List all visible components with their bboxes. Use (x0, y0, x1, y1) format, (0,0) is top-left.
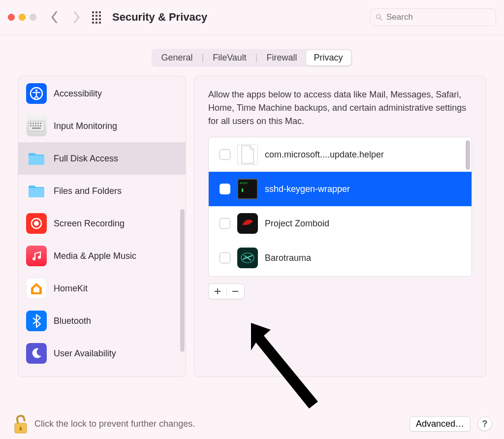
add-remove-buttons (208, 283, 245, 299)
checkbox[interactable] (220, 149, 230, 160)
svg-point-19 (38, 256, 41, 259)
search-input[interactable] (386, 12, 491, 22)
svg-rect-11 (32, 125, 34, 126)
description-text: Allow the apps below to access data like… (208, 88, 472, 128)
sidebar-item-label: Screen Recording (54, 219, 125, 229)
folder-icon (26, 181, 47, 201)
back-button[interactable] (49, 12, 60, 23)
sidebar-item-automation[interactable]: Automation (18, 370, 186, 376)
svg-rect-15 (32, 127, 41, 129)
baro-icon (237, 248, 258, 268)
accessibility-icon (26, 83, 47, 104)
svg-point-0 (376, 14, 380, 18)
fullscreen-window-button[interactable] (30, 14, 36, 21)
advanced-button[interactable]: Advanced… (410, 416, 471, 432)
tab-filevault[interactable]: FileVault (205, 50, 254, 65)
svg-rect-6 (32, 123, 34, 124)
tab-general[interactable]: General (153, 50, 200, 65)
app-list[interactable]: com.microsoft....update.helper exec ▮ ss… (208, 137, 472, 277)
window-controls (8, 14, 36, 21)
search-icon (376, 13, 382, 22)
sidebar-item-label: Media & Apple Music (54, 251, 136, 261)
sidebar-item-files-folders[interactable]: Files and Folders (18, 175, 186, 207)
close-window-button[interactable] (8, 14, 15, 21)
scrollbar[interactable] (180, 209, 185, 352)
home-icon (26, 278, 47, 299)
sidebar-item-bluetooth[interactable]: Bluetooth (18, 305, 186, 337)
sidebar-item-input-monitoring[interactable]: Input Monitoring (18, 110, 186, 142)
sidebar-item-user-availability[interactable]: User Availability (18, 337, 186, 370)
exec-icon: exec ▮ (237, 179, 258, 199)
search-field[interactable] (370, 8, 496, 26)
minimize-window-button[interactable] (19, 14, 26, 21)
sidebar-item-label: HomeKit (54, 283, 88, 294)
pz-icon (237, 213, 258, 234)
privacy-category-list[interactable]: Accessibility Input Monitoring Full Disk… (18, 76, 186, 377)
app-label: sshd-keygen-wrapper (265, 184, 350, 194)
tab-bar: General | FileVault | Firewall Privacy (152, 49, 352, 67)
sidebar-item-label: Full Disk Access (54, 154, 118, 164)
svg-rect-5 (30, 123, 32, 124)
help-button[interactable]: ? (477, 416, 492, 431)
svg-rect-34 (20, 427, 22, 431)
moon-icon (26, 343, 47, 364)
svg-rect-9 (40, 123, 41, 124)
svg-rect-10 (30, 125, 32, 126)
svg-point-18 (32, 257, 35, 260)
screen-recording-icon (26, 213, 47, 234)
svg-rect-12 (35, 125, 36, 126)
app-row[interactable]: com.microsoft....update.helper (209, 137, 472, 172)
svg-rect-7 (35, 123, 36, 124)
document-icon (237, 144, 258, 165)
footer: Click the lock to prevent further change… (0, 408, 504, 439)
window-title: Security & Privacy (112, 11, 207, 24)
svg-point-3 (35, 90, 37, 92)
svg-rect-13 (37, 125, 39, 126)
checkbox[interactable] (220, 252, 230, 263)
sidebar-item-accessibility[interactable]: Accessibility (18, 77, 186, 110)
sidebar-item-media-music[interactable]: Media & Apple Music (18, 240, 186, 272)
remove-button[interactable] (227, 287, 245, 295)
tab-privacy[interactable]: Privacy (306, 50, 351, 65)
app-label: Barotrauma (265, 253, 311, 263)
keyboard-icon (26, 116, 47, 136)
bluetooth-icon (26, 311, 47, 331)
lock-icon[interactable] (12, 413, 28, 434)
app-label: Project Zomboid (265, 219, 329, 229)
svg-rect-8 (37, 123, 39, 124)
sidebar-item-full-disk-access[interactable]: Full Disk Access (18, 142, 186, 175)
tab-firewall[interactable]: Firewall (259, 50, 305, 65)
forward-button[interactable] (71, 12, 82, 23)
app-row[interactable]: Barotrauma (209, 241, 472, 275)
svg-point-17 (34, 221, 39, 226)
folder-icon (26, 148, 47, 169)
show-all-button[interactable] (91, 11, 102, 23)
sidebar-item-label: Accessibility (54, 89, 102, 99)
app-row[interactable]: exec ▮ sshd-keygen-wrapper (209, 172, 472, 206)
toolbar: Security & Privacy (0, 0, 504, 34)
privacy-detail-panel: Allow the apps below to access data like… (194, 76, 486, 377)
app-row[interactable]: Project Zomboid (209, 206, 472, 241)
sidebar-item-label: Input Monitoring (54, 121, 117, 131)
sidebar-item-label: User Availability (54, 348, 116, 359)
sidebar-item-label: Bluetooth (54, 316, 91, 326)
lock-hint-text: Click the lock to prevent further change… (34, 419, 403, 429)
checkbox[interactable] (220, 218, 230, 229)
sidebar-item-screen-recording[interactable]: Screen Recording (18, 207, 186, 240)
checkbox[interactable] (220, 184, 230, 194)
music-icon (26, 246, 47, 266)
app-label: com.microsoft....update.helper (265, 150, 384, 160)
scrollbar[interactable] (466, 140, 470, 170)
sidebar-item-homekit[interactable]: HomeKit (18, 272, 186, 305)
add-button[interactable] (209, 287, 226, 295)
sidebar-item-label: Files and Folders (54, 186, 122, 196)
svg-rect-14 (40, 125, 41, 126)
svg-line-1 (380, 18, 382, 20)
